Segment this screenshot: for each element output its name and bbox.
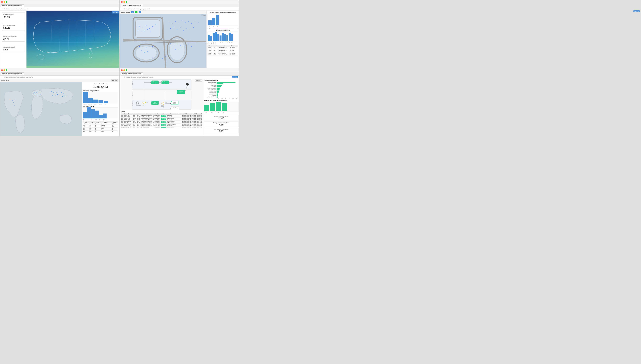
reg-bar-2: [91, 110, 95, 118]
close-dot-bpmn[interactable]: [121, 69, 123, 71]
tab-bpmn[interactable]: dashtool.com/dash/examples/bu...: [121, 72, 143, 75]
svg-point-19: [143, 28, 143, 28]
svg-point-95: [61, 92, 62, 93]
svg-text:Inventory: Inventory: [173, 103, 176, 104]
alltime-badge-bpmn[interactable]: All Time: [232, 76, 238, 78]
svg-point-105: [62, 96, 63, 97]
svg-point-94: [60, 93, 60, 94]
minimize-dot[interactable]: [4, 1, 5, 3]
slider-track[interactable]: [213, 28, 235, 28]
svg-point-103: [59, 96, 59, 96]
svg-point-102: [57, 94, 58, 94]
max-temp-label: Max Temperature: [3, 25, 23, 26]
address-bar-bpmn[interactable]: ←→⟳ dashtool.com/dash/examples/business-…: [120, 76, 239, 79]
svg-point-58: [180, 45, 181, 46]
tab-cell[interactable]: dashtool.com/dash/examples/cell...: [1, 72, 24, 75]
reg-bar-0: [83, 112, 87, 118]
svg-point-92: [56, 92, 57, 93]
filter-tag-3[interactable]: ∘: [139, 11, 141, 13]
titlebar-cell: [0, 68, 119, 72]
tab-weather[interactable]: dashtool.com/dash/examples/wea...: [1, 4, 24, 7]
slider-fill: [213, 28, 229, 28]
chart1-xlabels: 0 1 2: [207, 26, 238, 27]
max-delay-value: 9.21: [205, 130, 238, 132]
titlebar-weather: [0, 0, 119, 4]
range-bars: [83, 92, 118, 103]
svg-point-108: [67, 94, 67, 95]
svg-point-55: [170, 43, 171, 44]
svg-point-53: [144, 52, 145, 52]
svg-point-115: [14, 106, 15, 106]
svg-point-39: [170, 28, 171, 29]
default-select[interactable]: Default ▼: [195, 80, 203, 82]
world-map: [0, 82, 82, 136]
svg-point-109: [68, 96, 69, 96]
svg-point-21: [149, 28, 150, 29]
svg-point-70: [162, 58, 163, 59]
svg-point-14: [136, 46, 157, 60]
svg-text:Email Order: Email Order: [179, 91, 183, 92]
address-game: dashtool.com/dash/examples/game-level: [126, 8, 150, 10]
task-duration-chart: Wait For Inventory Package Order Ship Or…: [204, 82, 239, 98]
svg-point-84: [33, 93, 34, 94]
alltime-badge-weather[interactable]: All Time: [112, 11, 119, 14]
svg-point-41: [177, 29, 177, 30]
svg-point-110: [10, 99, 10, 99]
svg-point-82: [39, 94, 40, 94]
svg-point-68: [156, 59, 156, 60]
filter-label: Game_Testing:: [121, 12, 130, 13]
close-dot-game[interactable]: [121, 1, 123, 3]
region-chart-title: Cell Tower Region: [83, 106, 118, 107]
svg-point-33: [182, 20, 182, 21]
svg-rect-143: [171, 101, 178, 105]
global-label: Global: [202, 14, 206, 16]
close-dot[interactable]: [1, 1, 3, 3]
maximize-dot-bpmn[interactable]: [126, 69, 127, 71]
business-process-window: dashtool.com/dash/examples/bu... ←→⟳ das…: [120, 68, 239, 136]
svg-point-71: [165, 56, 166, 57]
svg-point-59: [172, 48, 172, 48]
address-bar-cell[interactable]: ←→⟳ dashtool.com/dash/examples/cell-towe…: [0, 76, 119, 79]
tab-bar-bpmn: dashtool.com/dash/examples/bu...: [120, 72, 239, 76]
tasks-scroll[interactable]: Process IDAmountTaxProduct TaskStateOwne…: [121, 113, 202, 135]
reg-bar-3: [95, 110, 99, 118]
avg-task-title: Average Task Duration (Per Quarter): [204, 100, 239, 101]
world-select[interactable]: World: [111, 79, 118, 82]
usa-map-svg: [27, 11, 119, 68]
svg-point-49: [146, 47, 147, 48]
svg-point-20: [146, 25, 147, 26]
minimize-dot-bpmn[interactable]: [123, 69, 125, 71]
bpmn-main: Default ▼ Fulfillment Inventory Need Man…: [120, 79, 203, 136]
svg-point-100: [54, 94, 55, 94]
svg-point-47: [139, 46, 140, 47]
maximize-dot-cell[interactable]: [6, 69, 8, 71]
q-bar-4: [222, 103, 227, 111]
tab-game[interactable]: dashtool.com/dash/examples/ga...: [121, 4, 143, 7]
address-bar-game[interactable]: ←→⟳ dashtool.com/dash/examples/game-leve…: [120, 8, 239, 11]
filter-tag-1[interactable]: -3: [131, 11, 134, 13]
max-temp-value: 100.13: [3, 26, 23, 29]
svg-text:Order: Order: [164, 82, 166, 84]
svg-point-111: [12, 100, 13, 101]
game-content: Game_Testing: -3 ∘ ∘: [120, 11, 239, 68]
maximize-dot[interactable]: [6, 1, 8, 3]
playtime-label: Playtime: [207, 28, 212, 28]
task-dur-xaxis: 0 25 50 75 100 125: [217, 98, 239, 99]
address-bar-weather[interactable]: ←→⟳ dashtool.com/dash/examples/weather A…: [0, 8, 119, 11]
filter-tag-2[interactable]: ∘: [135, 11, 137, 13]
close-dot-cell[interactable]: [1, 69, 3, 71]
task-dur-row: Check When Ready: [204, 88, 239, 89]
q-bar-1: [204, 105, 209, 111]
svg-point-38: [198, 22, 198, 23]
minimize-dot-cell[interactable]: [4, 69, 5, 71]
svg-point-27: [147, 29, 148, 30]
svg-rect-118: [132, 100, 191, 110]
svg-point-75: [35, 92, 36, 92]
game-filter-bar: Game_Testing: -3 ∘ ∘: [120, 11, 206, 14]
inv-checks-label: Number Inventory Checks:: [205, 116, 238, 117]
game-main: Game_Testing: -3 ∘ ∘: [120, 11, 206, 68]
maximize-dot-game[interactable]: [126, 1, 127, 3]
svg-point-34: [185, 22, 185, 23]
svg-point-139: [151, 101, 152, 102]
minimize-dot-game[interactable]: [123, 1, 125, 3]
